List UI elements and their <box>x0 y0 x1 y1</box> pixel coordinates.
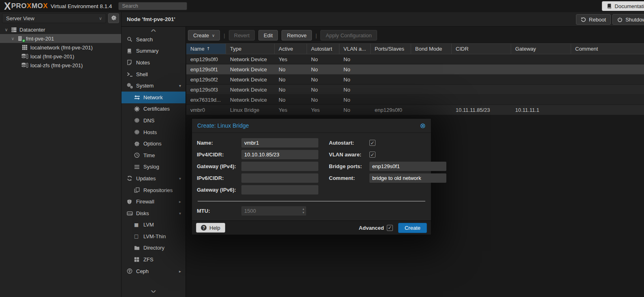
column-header-ports-slaves[interactable]: Ports/Slaves <box>371 44 411 54</box>
cell-vlan-a-: No <box>339 87 371 93</box>
nav-item-notes[interactable]: Notes <box>122 57 186 68</box>
tree-item-Datacenter[interactable]: ∨Datacenter <box>0 25 121 34</box>
nav-scroll-up[interactable]: ∧ <box>122 27 186 34</box>
cell-vlan-a-: No <box>339 77 371 83</box>
close-icon[interactable]: ⊗ <box>420 122 426 129</box>
ipv6-field-label: IPv6/CIDR: <box>197 175 241 181</box>
nav-item-label: System <box>136 83 179 89</box>
gateway6-field-label: Gateway (IPv6): <box>197 187 241 193</box>
nav-item-repositories[interactable]: Repositories <box>122 184 186 196</box>
nav-item-hosts[interactable]: Hosts <box>122 126 186 138</box>
dialog-body: Name: IPv4/CIDR: Gateway (IPv4): IPv6/CI… <box>192 133 431 216</box>
nav-item-search[interactable]: Search <box>122 34 186 45</box>
edit-button[interactable]: Edit <box>258 30 278 41</box>
nav-item-directory[interactable]: Directory <box>122 242 186 254</box>
nav-item-lvm[interactable]: ■LVM <box>122 219 186 231</box>
ipv6-input[interactable] <box>241 173 318 183</box>
column-header-name[interactable]: Name↑ <box>186 44 226 54</box>
wordmark-part: MO <box>32 2 43 10</box>
column-header-gateway[interactable]: Gateway <box>511 44 571 54</box>
dialog-create-button[interactable]: Create <box>398 223 427 233</box>
column-header-comment[interactable]: Comment <box>571 44 644 54</box>
tree-item-localnetwork[interactable]: localnetwork (fmt-pve-201) <box>0 43 121 52</box>
dialog-footer: ? Help Advanced ✓ Create <box>192 220 431 235</box>
nav-item-network[interactable]: Network <box>122 92 186 103</box>
autostart-checkbox[interactable]: ✓ <box>369 140 375 146</box>
clock-icon <box>134 152 143 158</box>
documentation-button[interactable]: Documentation <box>602 1 644 11</box>
nav-item-label: Updates <box>136 175 179 182</box>
nav-item-label: LVM <box>143 222 186 228</box>
nav-item-disks[interactable]: Disks▾ <box>122 207 186 219</box>
nav-item-time[interactable]: Time <box>122 150 186 161</box>
tree-expander-icon[interactable]: ∨ <box>10 36 16 41</box>
gear-icon <box>111 15 117 22</box>
column-header-bond-mode[interactable]: Bond Mode <box>411 44 452 54</box>
cell-vlan-a-: No <box>339 66 371 73</box>
table-row-enp129s0f0[interactable]: enp129s0f0Network DeviceYesNoNo <box>186 54 644 64</box>
name-input[interactable] <box>241 138 318 147</box>
shutdown-button[interactable]: Shutdown <box>612 14 644 25</box>
column-header-autostart[interactable]: Autostart <box>307 44 339 54</box>
cell-autostart: Yes <box>307 107 339 113</box>
tree-item-fmt-pve-201[interactable]: ∨✓fmt-pve-201 <box>0 34 121 43</box>
nav-item-lvm-thin[interactable]: □LVM-Thin <box>122 231 186 242</box>
table-row-enp129s0f1[interactable]: enp129s0f1Network DeviceNoNoNo <box>186 64 644 75</box>
ipv4-field-label: IPv4/CIDR: <box>197 152 241 158</box>
mtu-input[interactable] <box>241 206 306 216</box>
help-button[interactable]: ? Help <box>196 223 225 233</box>
tree-item-local-zfs[interactable]: local-zfs (fmt-pve-201) <box>0 61 121 70</box>
table-row-vmbr0[interactable]: vmbr0Linux BridgeYesYesNoenp129s0f010.11… <box>186 105 644 115</box>
table-row-enp129s0f3[interactable]: enp129s0f3Network DeviceNoNoNo <box>186 85 644 95</box>
nav-item-dns[interactable]: DNS <box>122 115 186 126</box>
remove-label: Remove <box>287 32 306 38</box>
nav-item-ceph[interactable]: Ceph▸ <box>122 265 186 277</box>
spinner-arrows-icon[interactable]: ▴▾ <box>303 207 304 214</box>
view-selector[interactable]: Server View ∨ <box>2 13 106 23</box>
reboot-button[interactable]: Reboot <box>576 14 611 25</box>
ipv4-input[interactable] <box>241 150 318 159</box>
remove-button[interactable]: Remove <box>281 30 311 41</box>
gateway6-input[interactable] <box>241 185 318 194</box>
shield-icon <box>127 199 136 205</box>
nav-item-label: Summary <box>136 48 186 54</box>
nav-item-updates[interactable]: Updates▾ <box>122 173 186 184</box>
sidebar-settings-button[interactable] <box>108 13 119 23</box>
nav-item-label: Disks <box>136 210 179 216</box>
bridge-ports-input[interactable] <box>369 162 446 171</box>
nav-item-options[interactable]: Options <box>122 138 186 150</box>
question-icon: ? <box>201 225 207 231</box>
column-header-active[interactable]: Active <box>275 44 307 54</box>
nav-item-label: Certificates <box>143 106 186 112</box>
vlan-aware-checkbox[interactable]: ✓ <box>369 152 375 158</box>
advanced-checkbox[interactable]: ✓ <box>387 225 393 231</box>
comment-input[interactable] <box>369 173 446 183</box>
apply-configuration-button[interactable]: Apply Configuration <box>320 30 377 41</box>
table-row-enp129s0f2[interactable]: enp129s0f2Network DeviceNoNoNo <box>186 75 644 85</box>
book-icon <box>607 3 612 9</box>
nav-item-zfs[interactable]: ZFS <box>122 254 186 265</box>
column-header-label: Comment <box>575 46 598 52</box>
nav-scroll-down[interactable]: ∨ <box>122 288 186 295</box>
column-header-type[interactable]: Type <box>226 44 275 54</box>
revert-button[interactable]: Revert <box>229 30 255 41</box>
table-row-enx76319d...[interactable]: enx76319d...Network DeviceNoNoNo <box>186 95 644 105</box>
gateway4-input[interactable] <box>241 162 318 171</box>
tree-expander-icon[interactable]: ∨ <box>3 27 9 32</box>
tree-item-local[interactable]: local (fmt-pve-201) <box>0 52 121 61</box>
column-header-label: CIDR <box>456 46 469 52</box>
nav-item-system[interactable]: System▾ <box>122 80 186 92</box>
global-search-input[interactable] <box>118 2 187 10</box>
nav-item-firewall[interactable]: Firewall▸ <box>122 196 186 207</box>
create-button[interactable]: Create ∨ <box>188 30 220 41</box>
nav-item-certificates[interactable]: Certificates <box>122 103 186 115</box>
dialog-header[interactable]: Create: Linux Bridge ⊗ <box>192 119 431 133</box>
column-header-cidr[interactable]: CIDR <box>452 44 511 54</box>
cell-type: Linux Bridge <box>226 107 275 113</box>
column-header-vlan-a-[interactable]: VLAN a... <box>339 44 371 54</box>
cell-autostart: No <box>307 97 339 103</box>
nav-item-label: DNS <box>143 118 186 124</box>
nav-item-summary[interactable]: Summary <box>122 45 186 57</box>
nav-item-syslog[interactable]: Syslog <box>122 161 186 173</box>
nav-item-shell[interactable]: Shell <box>122 68 186 80</box>
